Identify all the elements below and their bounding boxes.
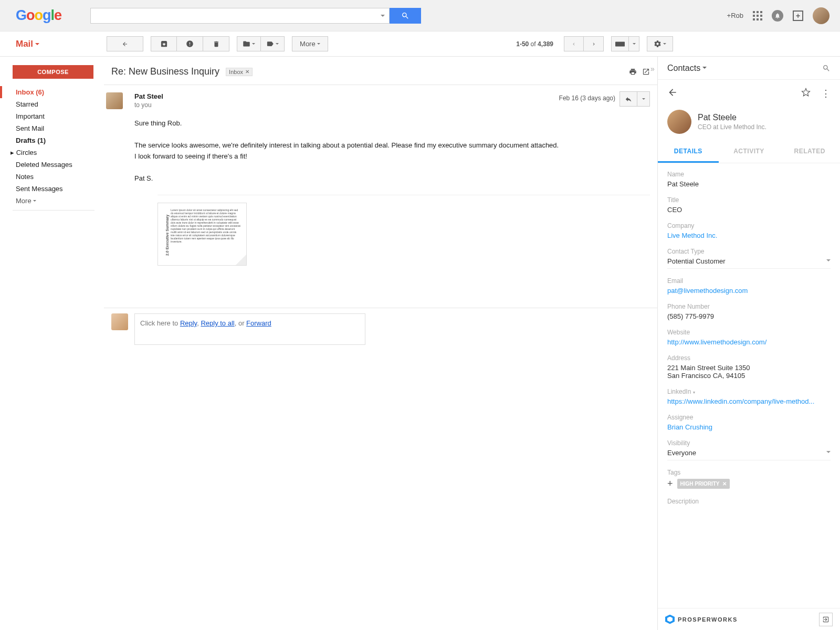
star-icon[interactable] bbox=[801, 88, 811, 99]
field-visibility[interactable]: Everyone bbox=[667, 449, 831, 460]
pagination-text: 1-50 of 4,389 bbox=[516, 40, 553, 48]
contact-subtitle: CEO at Live Method Inc. bbox=[698, 123, 766, 131]
sidebar-item-starred[interactable]: Starred bbox=[0, 98, 100, 110]
mail-toolbar: Mail More 1-50 of 4,389 bbox=[0, 32, 840, 57]
sidebar-item-notes[interactable]: Notes bbox=[0, 171, 100, 183]
field-email[interactable]: pat@livemethodesign.com bbox=[667, 287, 831, 295]
sender-avatar[interactable] bbox=[106, 92, 123, 109]
field-assignee[interactable]: Brian Crushing bbox=[667, 423, 831, 431]
field-website[interactable]: http://www.livemethodesign.com/ bbox=[667, 338, 831, 346]
prosperworks-brand[interactable]: PROSPERWORKS bbox=[665, 615, 738, 624]
prev-button[interactable] bbox=[564, 36, 584, 51]
mail-dropdown[interactable]: Mail bbox=[16, 39, 39, 49]
panel-back-button[interactable] bbox=[667, 87, 678, 99]
share-icon[interactable]: + bbox=[793, 10, 803, 21]
plus-user-link[interactable]: +Rob bbox=[727, 12, 743, 19]
sidebar-more[interactable]: More bbox=[0, 195, 100, 207]
more-button[interactable]: More bbox=[292, 36, 328, 51]
next-button[interactable] bbox=[584, 36, 604, 51]
reply-button[interactable] bbox=[620, 91, 637, 107]
sidebar-item-inbox[interactable]: Inbox (6) bbox=[0, 86, 100, 98]
email-date: Feb 16 (3 days ago) bbox=[559, 94, 615, 102]
sidebar-item-sentmsg[interactable]: Sent Messages bbox=[0, 183, 100, 195]
delete-button[interactable] bbox=[203, 36, 229, 51]
search-input[interactable] bbox=[90, 8, 390, 24]
attachment-preview[interactable]: 2.0 Executive Summary Lorem ipsum dolor … bbox=[158, 203, 247, 266]
search-icon bbox=[401, 12, 410, 20]
tab-details[interactable]: DETAILS bbox=[658, 141, 719, 163]
panel-exit-button[interactable] bbox=[819, 613, 833, 626]
search-button[interactable] bbox=[390, 8, 421, 24]
email-main: Re: New Business Inquiry Inbox✕ Pat Stee… bbox=[104, 57, 657, 630]
compose-button[interactable]: COMPOSE bbox=[13, 65, 93, 79]
label-button[interactable] bbox=[261, 36, 285, 51]
field-address[interactable]: 221 Main Street Suite 1350San Francisco … bbox=[667, 364, 831, 380]
spam-button[interactable] bbox=[177, 36, 203, 51]
sidebar-item-deleted[interactable]: Deleted Messages bbox=[0, 159, 100, 171]
tag-chip: HIGH PRIORITY✕ bbox=[677, 479, 730, 489]
email-body-line: The service looks awesome, we're definit… bbox=[134, 140, 650, 151]
sidebar-item-important[interactable]: Important bbox=[0, 110, 100, 122]
email-signature: Pat S. bbox=[134, 173, 650, 184]
remove-tag-icon[interactable]: ✕ bbox=[722, 481, 727, 487]
email-subject: Re: New Business Inquiry bbox=[111, 66, 219, 77]
settings-button[interactable] bbox=[647, 36, 673, 51]
field-linkedin[interactable]: https://www.linkedin.com/company/live-me… bbox=[667, 397, 831, 405]
email-body-line: I look forward to seeing if there's a fi… bbox=[134, 151, 650, 162]
field-contact-type[interactable]: Potential Customer bbox=[667, 257, 831, 269]
email-inbox-tag[interactable]: Inbox✕ bbox=[226, 68, 253, 76]
apps-icon[interactable] bbox=[753, 11, 762, 20]
svg-rect-0 bbox=[615, 41, 625, 46]
move-to-button[interactable] bbox=[237, 36, 261, 51]
field-phone[interactable]: (585) 775-9979 bbox=[667, 312, 831, 320]
search-form bbox=[90, 8, 421, 24]
contact-avatar[interactable] bbox=[667, 110, 691, 134]
tab-activity[interactable]: ACTIVITY bbox=[719, 141, 780, 163]
forward-link[interactable]: Forward bbox=[246, 319, 271, 327]
reply-box[interactable]: Click here to Reply, Reply to all, or Fo… bbox=[134, 313, 365, 345]
field-title[interactable]: CEO bbox=[667, 206, 831, 214]
user-avatar[interactable] bbox=[813, 7, 830, 24]
email-body-line: Sure thing Rob. bbox=[134, 118, 650, 129]
input-tool-dd[interactable] bbox=[629, 36, 639, 51]
reply-dd[interactable] bbox=[637, 91, 650, 107]
panel-title[interactable]: Contacts bbox=[667, 64, 707, 73]
field-company[interactable]: Live Method Inc. bbox=[667, 232, 831, 239]
input-tool-button[interactable] bbox=[611, 36, 629, 51]
panel-search-icon[interactable] bbox=[822, 64, 831, 72]
tab-related[interactable]: RELATED bbox=[779, 141, 840, 163]
reply-link[interactable]: Reply bbox=[180, 319, 197, 327]
reply-all-link[interactable]: Reply to all bbox=[201, 319, 234, 327]
panel-more-icon[interactable]: ⋮ bbox=[821, 89, 831, 98]
panel-collapse-button[interactable]: » bbox=[648, 63, 657, 75]
sidebar-item-drafts[interactable]: Drafts (1) bbox=[0, 134, 100, 146]
my-avatar bbox=[111, 313, 128, 330]
header-right: +Rob + bbox=[727, 7, 830, 24]
add-tag-button[interactable]: + bbox=[667, 478, 673, 489]
close-icon[interactable]: ✕ bbox=[245, 69, 249, 75]
print-icon[interactable] bbox=[629, 68, 637, 76]
contact-name: Pat Steele bbox=[698, 113, 766, 122]
recipient-line: to you bbox=[134, 101, 650, 109]
sidebar-item-circles[interactable]: ▸ Circles bbox=[0, 146, 100, 159]
notifications-icon[interactable] bbox=[772, 10, 783, 22]
field-name[interactable]: Pat Steele bbox=[667, 180, 831, 188]
sidebar: COMPOSE Inbox (6) Starred Important Sent… bbox=[0, 57, 100, 216]
archive-button[interactable] bbox=[151, 36, 177, 51]
back-button[interactable] bbox=[107, 36, 143, 51]
google-logo[interactable]: Google bbox=[16, 7, 61, 24]
global-header: Google +Rob + bbox=[0, 0, 840, 32]
contacts-panel: Contacts ⋮ Pat Steele CEO at Live Method… bbox=[657, 57, 840, 630]
sidebar-item-sent[interactable]: Sent Mail bbox=[0, 122, 100, 134]
